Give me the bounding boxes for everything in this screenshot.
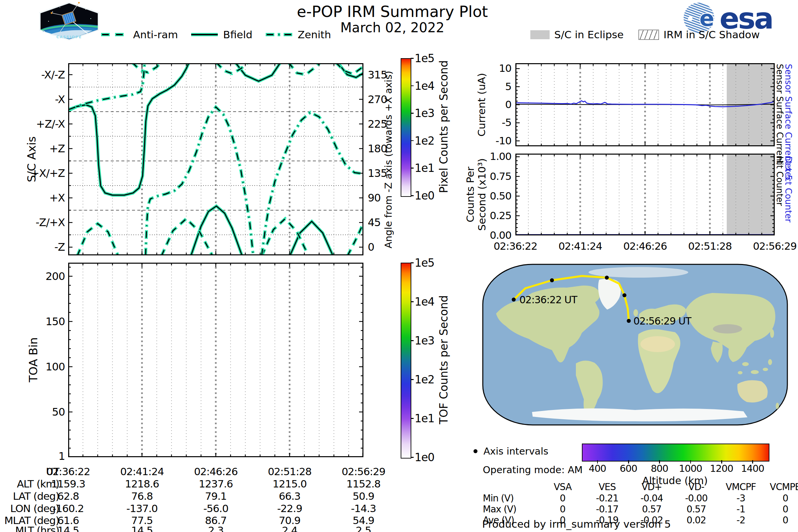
- bfield-line-sample-icon: [191, 32, 218, 37]
- sensor-current-x5-label: Sensor Surface Current x 5: [783, 64, 793, 150]
- tick-label: 2.5: [332, 524, 395, 532]
- tick-label: 02:56:29: [332, 466, 395, 477]
- tick-label: VD+: [628, 481, 675, 492]
- colorbar-tick: [411, 262, 414, 263]
- angle-axis-label: Angle from -Z axis (towards +X axis): [383, 71, 394, 248]
- altbar-tick: [752, 460, 753, 463]
- tick-label: -56.0: [184, 502, 247, 514]
- tick-label: -0.00: [673, 493, 720, 504]
- hit-counter-label: Hit Counter: [775, 156, 785, 236]
- colorbar-tick: [411, 340, 414, 341]
- tick-label: -5: [481, 116, 511, 128]
- tick-label: 1200: [706, 463, 737, 474]
- tick-label: VD-: [673, 481, 720, 492]
- tick-label: 0.00: [481, 229, 511, 241]
- tick-label: -22.9: [258, 502, 321, 514]
- tick-label: 0: [762, 515, 798, 526]
- tick-label: 150: [28, 315, 65, 328]
- tof-colorbar-label: TOF Counts per Second: [437, 295, 450, 424]
- tick-label: 02:51:28: [680, 240, 740, 252]
- tick-label: 0.75: [481, 170, 511, 182]
- altbar-tick: [721, 460, 722, 463]
- tick-label: 0.02: [673, 515, 720, 526]
- detect-counter-label: Detect Counter: [783, 156, 793, 236]
- tick-label: 1215.0: [258, 478, 321, 490]
- tick-label: -2: [718, 515, 764, 526]
- axis-intervals-label: Axis intervals: [483, 445, 548, 457]
- tick-label: +Z: [18, 142, 65, 155]
- footer-version: Produced by irm_summary version 5: [482, 518, 671, 530]
- legend-shadow-label: IRM in S/C Shadow: [664, 28, 760, 41]
- tick-label: -3: [718, 493, 764, 504]
- tick-label: 1237.6: [184, 478, 247, 490]
- tick-label: 0: [762, 493, 798, 504]
- tick-label: -137.0: [110, 502, 174, 514]
- toa-plot: [68, 263, 363, 457]
- tick-label: 62.8: [37, 490, 100, 502]
- tick-label: 1218.6: [110, 478, 174, 490]
- tick-label: 14.5: [37, 524, 100, 532]
- curve-legend: Anti-ram Bfield Zenith: [68, 28, 363, 41]
- tick-label: 600: [613, 463, 643, 474]
- colorbar-tick: [411, 168, 414, 169]
- tick-label: 76.8: [110, 490, 174, 502]
- anti-ram-line-sample-icon: [100, 32, 128, 37]
- tick-label: -0.17: [584, 504, 630, 515]
- tick-label: 02:51:28: [258, 466, 321, 477]
- tick-label: -X/-Z: [18, 69, 65, 81]
- altitude-colorbar: [582, 443, 770, 461]
- tick-label: -0.04: [628, 493, 675, 504]
- tof-colorbar: [401, 263, 411, 458]
- altbar-tick: [659, 460, 660, 463]
- tick-label: 10: [481, 62, 511, 74]
- colorbar-tick: [411, 58, 414, 59]
- pixel-colorbar: [401, 58, 411, 197]
- scaxis-plot: [68, 63, 363, 255]
- legend-anti-ram-label: Anti-ram: [133, 28, 178, 41]
- tick-label: 0: [762, 504, 798, 515]
- page-title: e-POP IRM Summary Plot: [140, 3, 645, 21]
- tick-label: 0.57: [673, 504, 720, 515]
- tick-label: 1152.8: [332, 478, 395, 490]
- tick-label: 2.3: [184, 524, 247, 532]
- tick-label: 14.5: [110, 524, 174, 532]
- tick-label: 02:56:29: [745, 240, 798, 252]
- colorbar-tick: [411, 140, 414, 141]
- tick-label: 5: [481, 80, 511, 92]
- tick-label: VES: [584, 481, 630, 492]
- sensor-current-label: Sensor Surface Current: [775, 64, 785, 150]
- tick-label: 100: [28, 360, 65, 373]
- axis-intervals-legend: Axis intervals: [474, 445, 548, 457]
- tick-label: 50.9: [332, 490, 395, 502]
- colorbar-tick: [411, 418, 414, 419]
- tick-label: 50: [28, 406, 65, 418]
- tick-label: 200: [28, 270, 65, 283]
- altbar-tick: [628, 460, 629, 463]
- tick-label: 02:36:22: [37, 466, 100, 477]
- svg-text:e: e: [700, 6, 715, 31]
- operating-mode: Operating mode: AM: [483, 464, 583, 475]
- tick-label: -Z/+X: [18, 216, 65, 229]
- tick-label: 02:41:24: [550, 240, 610, 252]
- interval-dot-icon: [474, 449, 477, 453]
- zenith-line-sample-icon: [265, 32, 293, 37]
- tick-label: 02:36:22: [486, 240, 545, 252]
- tick-label: 800: [644, 463, 674, 474]
- tick-label: 0: [481, 98, 511, 110]
- eclipse-legend: S/C in Eclipse IRM in S/C Shadow: [499, 28, 791, 41]
- altbar-tick: [597, 460, 598, 463]
- tick-label: 1.00: [481, 150, 511, 162]
- tick-label: 1: [28, 450, 65, 462]
- tick-label: 0: [539, 504, 586, 515]
- tick-label: VCMPB: [762, 481, 798, 492]
- tick-label: +X/+Z: [18, 167, 65, 179]
- tick-label: 400: [583, 463, 612, 474]
- legend-zenith-label: Zenith: [298, 28, 331, 41]
- tick-label: -1: [718, 504, 764, 515]
- tick-label: +X: [18, 191, 65, 204]
- colorbar-tick: [411, 301, 414, 302]
- tick-label: -Z: [18, 241, 65, 253]
- counts-ylabel-line1: Counts Per: [464, 167, 476, 222]
- colorbar-tick: [411, 195, 414, 196]
- tick-label: 2.4: [258, 524, 321, 532]
